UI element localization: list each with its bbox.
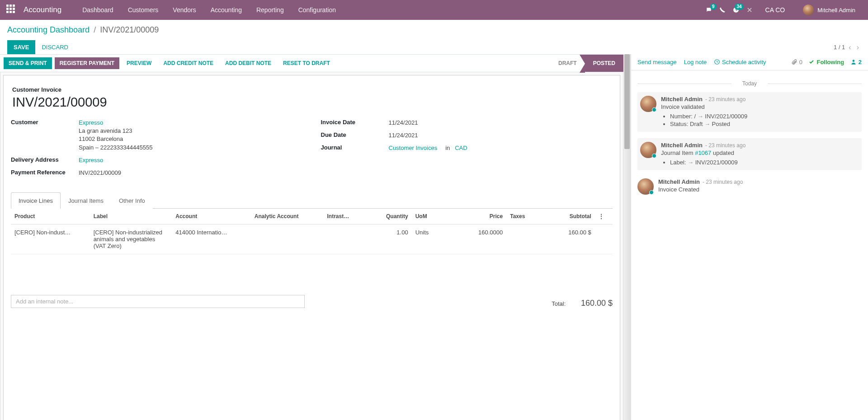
close-icon[interactable] [746, 7, 753, 14]
save-button[interactable]: SAVE [7, 40, 35, 54]
col-label: Label [90, 209, 172, 224]
phone-icon[interactable] [719, 7, 726, 14]
nav-reporting[interactable]: Reporting [249, 0, 291, 20]
field-journal[interactable]: Customer Invoices in CAD [389, 144, 613, 152]
check-icon [809, 59, 814, 65]
arrow-right-icon: → [698, 113, 703, 120]
move-type-label: Customer Invoice [12, 86, 613, 93]
app-title[interactable]: Accounting [24, 5, 61, 14]
company-switcher[interactable]: CA CO [760, 6, 791, 14]
arrow-right-icon: → [704, 121, 710, 127]
user-menu[interactable]: Mitchell Admin [797, 5, 861, 15]
invoice-total: Total: 160.00 $ [552, 299, 613, 308]
label-payref: Payment Reference [11, 169, 79, 176]
add-credit-note-button[interactable]: ADD CREDIT NOTE [159, 58, 218, 69]
clock-icon [714, 59, 720, 65]
tab-invoice-lines[interactable]: Invoice Lines [11, 192, 61, 209]
nav-customers[interactable]: Customers [121, 0, 166, 20]
arrow-right-icon: → [688, 159, 693, 166]
chatter-date-today: Today [637, 80, 862, 87]
content-scrollbar[interactable] [623, 54, 631, 420]
tab-other-info[interactable]: Other Info [111, 192, 153, 209]
add-debit-note-button[interactable]: ADD DEBIT NOTE [221, 58, 276, 69]
label-delivery: Delivery Address [11, 156, 79, 163]
nav-configuration[interactable]: Configuration [291, 0, 343, 20]
discard-button[interactable]: DISCARD [42, 44, 68, 51]
attachments-button[interactable]: 0 [791, 59, 802, 65]
user-icon [850, 59, 857, 65]
col-taxes: Taxes [506, 209, 541, 224]
reset-to-draft-button[interactable]: RESET TO DRAFT [278, 58, 335, 69]
chatter-message: Mitchell Admin - 23 minutes ago Invoice … [637, 92, 862, 132]
field-customer[interactable]: Expresso La gran avenida 123 11002 Barce… [79, 119, 303, 152]
followers-badge[interactable]: 2 [850, 59, 862, 65]
internal-note-input[interactable]: Add an internal note... [11, 295, 305, 308]
user-name: Mitchell Admin [817, 7, 855, 14]
pager-info[interactable]: 1 / 1 [834, 44, 845, 51]
label-journal: Journal [321, 144, 389, 151]
col-analytic: Analytic Account [251, 209, 324, 224]
col-price: Price [449, 209, 506, 224]
activities-icon[interactable]: 34 [733, 7, 739, 14]
nav-dashboard[interactable]: Dashboard [75, 0, 121, 20]
log-note-button[interactable]: Log note [684, 59, 707, 65]
following-button[interactable]: Following [809, 59, 844, 65]
chatter-message: Mitchell Admin - 23 minutes ago Journal … [637, 138, 862, 170]
breadcrumb: Accounting Dashboard / INV/2021/00009 [7, 25, 861, 35]
col-quantity: Quantity [364, 209, 412, 224]
messages-badge: 9 [710, 4, 717, 10]
avatar-icon [640, 142, 656, 158]
avatar-icon [640, 96, 656, 112]
label-invoice-date: Invoice Date [321, 119, 389, 126]
svg-point-1 [853, 60, 855, 62]
cols-options-icon[interactable]: ⋮ [595, 209, 613, 224]
schedule-activity-button[interactable]: Schedule activity [714, 59, 766, 65]
send-print-button[interactable]: SEND & PRINT [4, 57, 52, 69]
nav-accounting[interactable]: Accounting [203, 0, 249, 20]
status-posted[interactable]: POSTED [585, 55, 623, 72]
col-account: Account [172, 209, 251, 224]
preview-button[interactable]: PREVIEW [122, 58, 156, 69]
field-delivery[interactable]: Expresso [79, 156, 303, 164]
activities-badge: 34 [735, 4, 743, 10]
col-product: Product [11, 209, 90, 224]
apps-icon[interactable] [6, 5, 17, 15]
col-uom: UoM [412, 209, 450, 224]
invoice-number: INV/2021/00009 [12, 95, 613, 110]
breadcrumb-current: INV/2021/00009 [100, 25, 159, 34]
field-payref[interactable]: INV/2021/00009 [79, 169, 303, 177]
send-message-button[interactable]: Send message [637, 59, 677, 65]
col-subtotal: Subtotal [541, 209, 595, 224]
field-due-date[interactable]: 11/24/2021 [389, 131, 613, 140]
avatar-icon [637, 178, 654, 195]
breadcrumb-root[interactable]: Accounting Dashboard [7, 25, 90, 34]
pager-next-icon[interactable]: › [855, 42, 861, 53]
tab-journal-items[interactable]: Journal Items [61, 192, 111, 209]
user-avatar-icon [803, 5, 814, 15]
paperclip-icon [791, 59, 797, 65]
field-invoice-date[interactable]: 11/24/2021 [389, 119, 613, 127]
col-intrastat: Intrast… [324, 209, 364, 224]
pager-prev-icon[interactable]: ‹ [847, 42, 853, 53]
nav-vendors[interactable]: Vendors [165, 0, 203, 20]
register-payment-button[interactable]: REGISTER PAYMENT [55, 57, 119, 69]
invoice-line-row[interactable]: [CERO] Non-indust… [CERO] Non-industrial… [11, 224, 613, 254]
label-customer: Customer [11, 119, 79, 126]
chatter-message: Mitchell Admin - 23 minutes ago Invoice … [637, 177, 862, 196]
label-due-date: Due Date [321, 131, 389, 138]
messages-icon[interactable]: 9 [706, 7, 712, 14]
